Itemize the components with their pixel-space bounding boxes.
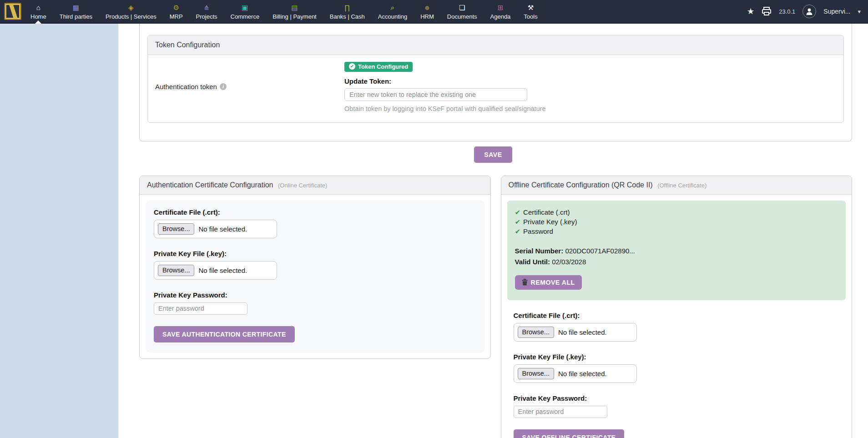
offline-cert-file-group: Certificate File (.crt): Browse... No fi… — [514, 312, 840, 342]
auth-card-form: Certificate File (.crt): Browse... No fi… — [146, 201, 484, 352]
save-row: SAVE — [118, 146, 868, 163]
offline-certificate-card: Offline Certificate Configuration (QR Co… — [501, 176, 853, 438]
info-icon[interactable]: i — [220, 83, 227, 90]
top-navbar: ⌂ Home ▦ Third parties ◈ Products | Serv… — [0, 0, 868, 24]
offline-card-subtitle: (Offline Certificate) — [657, 182, 707, 189]
offline-card-form: Certificate File (.crt): Browse... No fi… — [514, 312, 840, 438]
valid-until-value: 02/03/2028 — [552, 258, 586, 266]
main-content: Token Configuration Authentication token… — [118, 24, 868, 438]
search-dollar-icon: ⌕ — [391, 4, 394, 12]
auth-password-group: Private Key Password: — [154, 291, 476, 315]
check-icon: ✔ — [515, 227, 521, 236]
bookmark-star-icon[interactable]: ★ — [747, 6, 754, 16]
file-status-text: No file selected. — [198, 267, 247, 274]
token-panel-title: Token Configuration — [148, 35, 843, 55]
menu-item-products-services[interactable]: ◈ Products | Services — [105, 0, 157, 23]
ksef-settings-container: Token Configuration Authentication token… — [139, 24, 852, 141]
token-row-value-cell: ✔ Token Configured Update Token: Obtain … — [344, 61, 836, 112]
valid-until-label: Valid Until: — [515, 258, 550, 266]
check-circle-icon: ✔ — [349, 63, 355, 70]
update-token-input[interactable] — [344, 88, 527, 101]
trash-icon — [522, 279, 528, 286]
app-logo-inner — [6, 5, 19, 18]
active-tab-caret — [35, 20, 41, 24]
menu-item-mrp[interactable]: ⚙ MRP — [169, 0, 184, 23]
offline-password-input[interactable] — [514, 406, 607, 418]
bank-icon: ∏ — [344, 4, 350, 12]
status-item-private-key: ✔ Private Key (.key) — [515, 217, 838, 227]
menu-item-hrm[interactable]: ☻ HRM — [419, 0, 435, 23]
calendar-icon: ⊞ — [498, 4, 504, 12]
offline-password-label: Private Key Password: — [514, 394, 840, 402]
auth-card-subtitle: (Online Certificate) — [278, 182, 327, 189]
menu-item-agenda[interactable]: ⊞ Agenda — [490, 0, 512, 23]
user-name[interactable]: Supervi... — [823, 8, 850, 15]
auth-card-title: Authentication Certificate Configuration — [147, 181, 273, 189]
gear-icon: ⚙ — [173, 4, 179, 12]
file-status-text: No file selected. — [558, 370, 607, 378]
menu-item-third-parties[interactable]: ▦ Third parties — [59, 0, 93, 23]
offline-card-title: Offline Certificate Configuration (QR Co… — [509, 181, 653, 189]
browse-button[interactable]: Browse... — [158, 223, 194, 235]
check-icon: ✔ — [515, 217, 521, 227]
left-sidebar — [0, 24, 118, 438]
auth-password-input[interactable] — [154, 302, 247, 315]
menu-item-home[interactable]: ⌂ Home — [30, 0, 47, 23]
status-item-certificate: ✔ Certificate (.crt) — [515, 207, 838, 217]
invoice-icon: ▤ — [291, 4, 298, 12]
offline-card-header: Offline Certificate Configuration (QR Co… — [501, 176, 852, 195]
offline-password-group: Private Key Password: — [514, 394, 840, 418]
auth-card-header: Authentication Certificate Configuration… — [140, 176, 490, 195]
auth-cert-file-input[interactable]: Browse... No file selected. — [154, 220, 277, 238]
offline-status-panel: ✔ Certificate (.crt) ✔ Private Key (.key… — [507, 201, 846, 300]
auth-password-label: Private Key Password: — [154, 291, 476, 299]
menu-item-banks-cash[interactable]: ∏ Banks | Cash — [329, 0, 366, 23]
valid-until-row: Valid Until: 02/03/2028 — [515, 257, 838, 267]
auth-key-file-input[interactable]: Browse... No file selected. — [154, 261, 277, 280]
auth-cert-file-group: Certificate File (.crt): Browse... No fi… — [154, 208, 476, 238]
file-status-text: No file selected. — [558, 328, 607, 336]
save-authentication-certificate-button[interactable]: SAVE AUTHENTICATION CERTIFICATE — [154, 326, 295, 342]
menu-item-documents[interactable]: ❏ Documents — [446, 0, 478, 23]
app-logo[interactable] — [4, 3, 21, 20]
browse-button[interactable]: Browse... — [158, 265, 194, 276]
token-panel-body: Authentication token i ✔ Token Configure… — [148, 55, 843, 122]
offline-key-file-input[interactable]: Browse... No file selected. — [514, 364, 637, 383]
serial-number-row: Serial Number: 020DC0071AF02890... — [515, 246, 838, 257]
menu-item-accounting[interactable]: ⌕ Accounting — [377, 0, 408, 23]
menu-item-projects[interactable]: ⋔ Projects — [195, 0, 218, 23]
auth-card-body: Certificate File (.crt): Browse... No fi… — [140, 195, 490, 358]
offline-cert-file-input[interactable]: Browse... No file selected. — [514, 323, 637, 342]
menu-item-tools[interactable]: ⚒ Tools — [523, 0, 538, 23]
app-logo-stripe — [9, 3, 20, 20]
update-token-label: Update Token: — [344, 77, 836, 85]
user-tie-icon: ☻ — [424, 4, 431, 12]
main-menu: ⌂ Home ▦ Third parties ◈ Products | Serv… — [30, 0, 539, 23]
menu-item-billing-payment[interactable]: ▤ Billing | Payment — [272, 0, 318, 23]
menu-item-commerce[interactable]: ▣ Commerce — [230, 0, 261, 23]
print-icon[interactable] — [762, 7, 772, 16]
token-helper-text: Obtain token by logging into KSeF portal… — [344, 105, 836, 112]
certificate-cards-row: Authentication Certificate Configuration… — [139, 176, 852, 438]
certificate-details: Serial Number: 020DC0071AF02890... Valid… — [515, 246, 838, 267]
auth-key-file-group: Private Key File (.key): Browse... No fi… — [154, 250, 476, 280]
chevron-down-icon[interactable]: ▾ — [858, 8, 861, 15]
navbar-right: ★ 23.0.1 Supervi... ▾ — [747, 0, 868, 23]
offline-cert-file-label: Certificate File (.crt): — [514, 312, 840, 319]
check-icon: ✔ — [515, 207, 521, 217]
avatar[interactable] — [802, 5, 816, 18]
token-configured-badge: ✔ Token Configured — [344, 62, 413, 72]
save-offline-certificate-button[interactable]: SAVE OFFLINE CERTIFICATE — [514, 429, 625, 438]
browse-button[interactable]: Browse... — [518, 327, 554, 338]
file-status-text: No file selected. — [198, 225, 247, 233]
remove-all-button[interactable]: REMOVE ALL — [515, 275, 582, 290]
auth-certificate-card: Authentication Certificate Configuration… — [139, 176, 491, 359]
token-configuration-panel: Token Configuration Authentication token… — [147, 35, 844, 123]
token-row-label-cell: Authentication token i — [155, 61, 344, 112]
browse-button[interactable]: Browse... — [518, 368, 554, 379]
save-button[interactable]: SAVE — [474, 146, 512, 163]
auth-key-file-label: Private Key File (.key): — [154, 250, 476, 257]
folder-icon: ❏ — [459, 4, 465, 12]
status-item-password: ✔ Password — [515, 227, 838, 236]
offline-key-file-label: Private Key File (.key): — [514, 353, 840, 361]
